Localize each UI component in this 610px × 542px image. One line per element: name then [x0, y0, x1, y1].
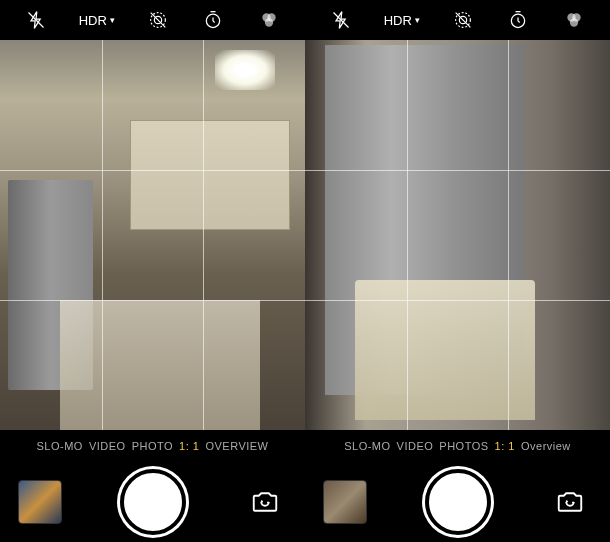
svg-line-3	[150, 13, 165, 28]
svg-line-11	[455, 13, 470, 28]
live-photo-off-icon[interactable]	[145, 7, 171, 33]
mode-slomo[interactable]: SLO-MO	[36, 440, 82, 452]
mode-photo[interactable]: PHOTO	[132, 440, 173, 452]
filters-icon[interactable]	[256, 7, 282, 33]
mode-video[interactable]: VIDEO	[397, 440, 434, 452]
switch-camera-button[interactable]	[548, 480, 592, 524]
flash-icon[interactable]	[23, 7, 49, 33]
chevron-down-icon: ▾	[415, 15, 420, 25]
timer-icon[interactable]	[200, 7, 226, 33]
shutter-button[interactable]	[120, 469, 186, 535]
svg-point-7	[265, 18, 273, 26]
mode-video[interactable]: VIDEO	[89, 440, 126, 452]
hdr-toggle[interactable]: HDR▾	[79, 13, 115, 28]
viewfinder[interactable]	[305, 40, 610, 430]
mode-selector[interactable]: SLO-MO VIDEO PHOTO 1: 1 OVERVIEW	[0, 430, 305, 462]
hdr-label: HDR	[79, 13, 107, 28]
camera-panel-right: HDR▾ SLO-MO VIDEO PHOTOS 1: 1 Overview	[305, 0, 610, 542]
bottom-controls	[0, 462, 305, 542]
chevron-down-icon: ▾	[110, 15, 115, 25]
viewfinder[interactable]	[0, 40, 305, 430]
mode-slomo[interactable]: SLO-MO	[344, 440, 390, 452]
mode-square[interactable]: 1: 1	[495, 440, 515, 452]
timer-icon[interactable]	[505, 7, 531, 33]
mode-photos[interactable]: PHOTOS	[439, 440, 488, 452]
live-photo-off-icon[interactable]	[450, 7, 476, 33]
hdr-toggle[interactable]: HDR▾	[384, 13, 420, 28]
camera-preview	[305, 40, 610, 430]
last-photo-thumbnail[interactable]	[18, 480, 62, 524]
mode-overview[interactable]: Overview	[521, 440, 571, 452]
top-controls: HDR▾	[0, 0, 305, 40]
top-controls: HDR▾	[305, 0, 610, 40]
camera-panel-left: HDR▾ SLO-MO VIDEO PHOTO 1: 1 OVERV	[0, 0, 305, 542]
switch-camera-button[interactable]	[243, 480, 287, 524]
shutter-button[interactable]	[425, 469, 491, 535]
filters-icon[interactable]	[561, 7, 587, 33]
flash-icon[interactable]	[328, 7, 354, 33]
mode-square[interactable]: 1: 1	[179, 440, 199, 452]
mode-overview[interactable]: OVERVIEW	[205, 440, 268, 452]
last-photo-thumbnail[interactable]	[323, 480, 367, 524]
camera-preview	[0, 40, 305, 430]
mode-selector[interactable]: SLO-MO VIDEO PHOTOS 1: 1 Overview	[305, 430, 610, 462]
bottom-controls	[305, 462, 610, 542]
svg-point-15	[570, 18, 578, 26]
hdr-label: HDR	[384, 13, 412, 28]
